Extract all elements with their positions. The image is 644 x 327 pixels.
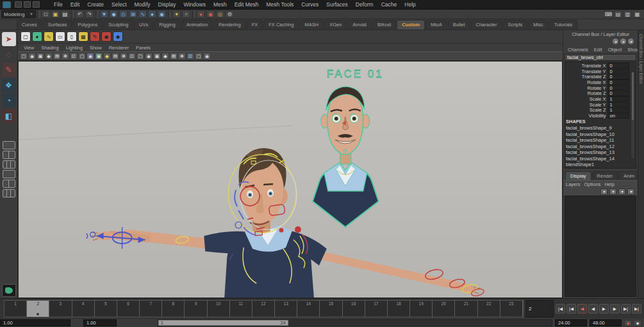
lasso-tool[interactable]: ◌	[2, 47, 16, 62]
frame-23[interactable]: 23	[500, 301, 523, 317]
shelf-tab-fx-caching[interactable]: FX Caching	[263, 20, 299, 29]
isolate-select-icon[interactable]: ◉	[145, 53, 153, 60]
frame-21[interactable]: 21	[455, 301, 477, 317]
shelf-tab-fx[interactable]: FX	[247, 20, 263, 29]
playback-end-field[interactable]: 24.00	[555, 319, 587, 326]
shelf-tab-polygons[interactable]: Polygons	[72, 20, 103, 29]
menu-create[interactable]: Create	[83, 1, 108, 8]
attribute-value[interactable]: 1	[607, 102, 629, 107]
range-slider-track[interactable]: 1 24	[158, 319, 552, 326]
shelf-tab-mash[interactable]: MASH	[299, 20, 324, 29]
frame-16[interactable]: 16	[343, 301, 365, 317]
shelf-tab-rigging[interactable]: Rigging	[154, 20, 180, 29]
playback-start-field[interactable]: 1.00	[83, 319, 117, 326]
single-pane-layout[interactable]	[3, 141, 15, 149]
attribute-value[interactable]: 1	[607, 96, 629, 101]
shelf-tab-uvs[interactable]: UVs	[134, 20, 153, 29]
make-live-icon[interactable]: ◉	[158, 10, 166, 18]
layer-menu-layers[interactable]: Layers	[566, 181, 581, 187]
save-scene-icon[interactable]: ▤	[61, 10, 69, 18]
select-object-icon[interactable]: ◆	[110, 10, 118, 18]
render-current-frame-icon[interactable]: ◉	[206, 10, 215, 18]
poly-sphere-icon[interactable]: ●	[32, 31, 42, 42]
new-scene-icon[interactable]: □	[42, 10, 50, 18]
snap-to-curve-icon[interactable]: ∿	[138, 10, 147, 18]
channel-attribute-row[interactable]: Scale X1	[566, 96, 629, 102]
frame-10[interactable]: 10	[208, 301, 230, 317]
two-d-pan-zoom-icon[interactable]: ✥	[62, 53, 69, 60]
selected-object-name[interactable]: facial_brows_ctrl	[565, 54, 636, 61]
layer-list[interactable]	[565, 196, 636, 297]
select-tool[interactable]: ➤	[2, 32, 16, 46]
pin-menu-icon[interactable]	[24, 1, 31, 8]
open-scene-icon[interactable]: ▣	[51, 10, 60, 18]
layer-tab-render[interactable]: Render	[592, 171, 618, 180]
menu-edit-mesh[interactable]: Edit Mesh	[231, 1, 263, 8]
play-backwards-button[interactable]: ◀	[588, 304, 598, 314]
frame-14[interactable]: 14	[297, 301, 320, 317]
select-component-icon[interactable]: ◇	[119, 10, 128, 18]
frame-7[interactable]: 7	[140, 301, 162, 317]
layer-tab-anim[interactable]: Anim	[618, 171, 640, 180]
outliner-persp-layout[interactable]	[3, 170, 15, 178]
shelf-tab-xgen[interactable]: XGen	[324, 20, 347, 29]
paint-select-tool[interactable]: ✎	[2, 63, 16, 77]
menu-mesh-tools[interactable]: Mesh Tools	[263, 1, 298, 8]
attribute-value[interactable]: 0	[607, 85, 629, 90]
menu-edit[interactable]: Edit	[67, 1, 84, 8]
two-pane-layout[interactable]	[3, 151, 15, 159]
empty-layer-icon[interactable]: ▾	[609, 189, 616, 195]
poly-cylinder-icon[interactable]: ▯	[67, 31, 77, 42]
resolution-gate-icon[interactable]: ◆	[161, 53, 169, 60]
lock-camera-icon[interactable]: ◉	[28, 53, 36, 60]
channel-attribute-row[interactable]: Translate X0	[566, 63, 629, 69]
curve-tool-icon[interactable]: ∿	[44, 31, 54, 42]
snap-to-grid-icon[interactable]: ⊞	[129, 10, 137, 18]
channel-attribute-row[interactable]: Translate Y0	[566, 69, 629, 74]
shape-node-facial-browsshape-14[interactable]: facial_browsShape_14	[566, 155, 629, 162]
channel-attribute-row[interactable]: Rotate Z0	[566, 90, 629, 96]
attribute-value[interactable]: 1	[607, 108, 629, 113]
motion-blur-icon[interactable]: ⊡	[128, 53, 136, 60]
frame-2[interactable]: 2	[27, 301, 49, 317]
shape-node-facial-browsshape-9[interactable]: facial_browsShape_9	[566, 125, 629, 131]
channel-menu-edit[interactable]: Edit	[591, 47, 605, 53]
frame-8[interactable]: 8	[162, 301, 185, 317]
attribute-value[interactable]: on	[607, 113, 629, 119]
frame-22[interactable]: 22	[478, 301, 500, 317]
frame-11[interactable]: 11	[230, 301, 252, 317]
shelf-tab-bifrost[interactable]: Bifrost	[372, 20, 396, 29]
channel-box-toggle-icon[interactable]: ▦	[633, 10, 641, 18]
gamma-icon[interactable]: ◉	[203, 53, 211, 60]
step-forward-key-button[interactable]: ▶	[610, 304, 620, 314]
layer-menu-help[interactable]: Help	[604, 181, 614, 187]
input-line-icon[interactable]: ⌨	[604, 10, 613, 18]
channel-attribute-row[interactable]: Translate Z0	[566, 74, 629, 80]
use-all-lights-icon[interactable]: ◆	[103, 53, 111, 60]
frame-5[interactable]: 5	[95, 301, 117, 317]
panel-menu-lighting[interactable]: Lighting	[63, 45, 86, 51]
hypershade-persp-layout[interactable]	[3, 180, 15, 188]
channel-attribute-row[interactable]: Scale Y1	[566, 102, 629, 108]
shelf-tab-tutorials[interactable]: Tutorials	[549, 20, 577, 29]
slider-mode-icon[interactable]: ●	[628, 38, 634, 44]
shelf-tab-misc[interactable]: Misc	[528, 20, 548, 29]
uv-persp-layout[interactable]	[3, 189, 15, 197]
shelf-tab-character[interactable]: Character	[470, 20, 502, 29]
shadows-icon[interactable]: ▤	[111, 53, 119, 60]
image-plane-icon[interactable]: ▤	[53, 53, 61, 60]
redo-icon[interactable]: ↷	[85, 10, 94, 18]
animation-preferences-button[interactable]: ◆	[634, 320, 641, 326]
oversampling-icon[interactable]: ⊡	[70, 53, 78, 60]
shelf-tab-bullet[interactable]: Bullet	[448, 20, 470, 29]
pin-icon[interactable]: ●	[620, 38, 626, 44]
paint-effects-icon[interactable]: ✎	[90, 31, 100, 42]
bookmarks-icon[interactable]: ◆	[45, 53, 53, 60]
fluid-icon[interactable]: ◉	[101, 31, 111, 42]
ncloth-icon[interactable]: ◆	[113, 31, 123, 42]
ipr-render-icon[interactable]: ◎	[216, 10, 224, 18]
shelf-tab-custom[interactable]: Custom	[397, 20, 425, 29]
persp-outliner-thumbnail[interactable]	[2, 284, 16, 297]
screen-space-ao-icon[interactable]: ✥	[120, 53, 128, 60]
menu-display[interactable]: Display	[154, 1, 180, 8]
